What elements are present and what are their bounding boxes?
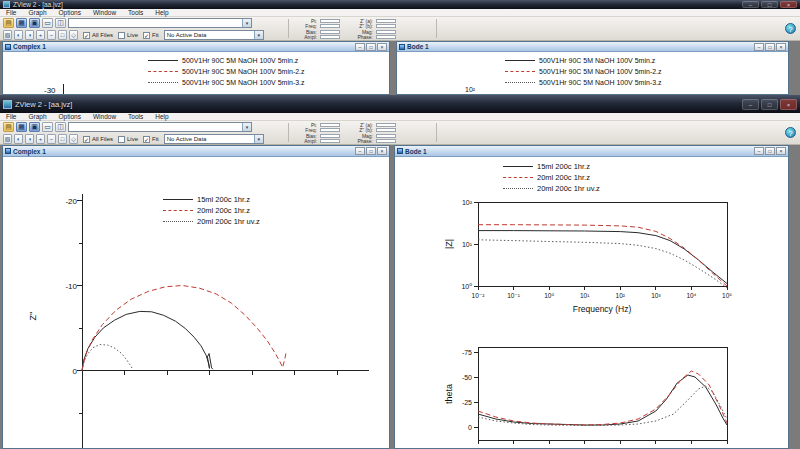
- theta-axis-label: theta: [444, 384, 454, 404]
- file-combo[interactable]: ▾: [68, 122, 252, 132]
- all-files-checkbox[interactable]: ✓: [83, 136, 90, 143]
- child-maximize-button[interactable]: □: [366, 147, 376, 155]
- menu-options[interactable]: Options: [53, 113, 87, 120]
- screen: ZView 2 - [aa.jvz] – □ × File Graph Opti…: [0, 0, 800, 449]
- help-icon[interactable]: ?: [785, 23, 796, 34]
- child-title-bar[interactable]: Complex 1 – □ ×: [3, 146, 389, 157]
- autoscale-icon[interactable]: □: [58, 134, 67, 144]
- bode-plot-area[interactable]: 10² 10¹ 10⁰ 10⁻² 10⁻¹ 10⁰ 10¹ 10² 10³ 10…: [395, 158, 788, 448]
- print-icon[interactable]: ▭: [42, 18, 53, 28]
- active-data-select[interactable]: No Active Data ▾: [164, 30, 264, 40]
- open-file-icon[interactable]: ▤: [3, 122, 14, 132]
- menu-graph[interactable]: Graph: [22, 9, 52, 16]
- minimize-button[interactable]: –: [742, 99, 759, 110]
- bode-plot-area[interactable]: 500V1Hr 90C 5M NaOH 100V 5min.z 500V1Hr …: [397, 53, 788, 94]
- save-all-icon[interactable]: ▣: [29, 18, 40, 28]
- child-maximize-button[interactable]: □: [765, 147, 775, 155]
- data-table-icon[interactable]: ▧: [3, 134, 12, 144]
- print-icon[interactable]: ▭: [42, 122, 53, 132]
- child-title-bar[interactable]: Bode 1 – □ ×: [397, 42, 788, 52]
- child-close-button[interactable]: ×: [377, 43, 387, 51]
- all-files-label: All Files: [92, 32, 113, 38]
- fit-checkbox[interactable]: ✓: [143, 136, 150, 143]
- title-bar[interactable]: ZView 2 - [aa.jvz] – □ ×: [0, 95, 800, 113]
- theta-tick-label: 0: [468, 424, 472, 431]
- nyquist-plot-area[interactable]: 500V1Hr 90C 5M NaOH 100V 5min.z 500V1Hr …: [3, 53, 389, 94]
- phase-label: Phase:: [343, 34, 373, 40]
- child-maximize-button[interactable]: □: [765, 43, 775, 51]
- complex-graph-icon[interactable]: ◐: [14, 134, 23, 144]
- save-all-icon[interactable]: ▣: [29, 122, 40, 132]
- legend-line-dotted: [503, 188, 533, 189]
- copy-icon[interactable]: ◫: [55, 122, 66, 132]
- window-title: ZView 2 - [aa.jvz]: [15, 100, 72, 109]
- close-button[interactable]: ×: [780, 99, 797, 110]
- menu-window[interactable]: Window: [87, 9, 122, 16]
- menu-tools[interactable]: Tools: [122, 113, 149, 120]
- ampl-value: [320, 35, 340, 39]
- bode-graph-icon[interactable]: ◑: [25, 134, 34, 144]
- child-title: Complex 1: [13, 148, 46, 155]
- menu-tools[interactable]: Tools: [122, 9, 149, 16]
- bode-plot[interactable]: 10² 10¹ 10⁰ 10⁻² 10⁻¹ 10⁰ 10¹ 10² 10³ 10…: [395, 158, 788, 448]
- bode-window[interactable]: Bode 1 – □ ×: [394, 145, 789, 449]
- title-bar[interactable]: ZView 2 - [aa.jvz] – □ ×: [0, 0, 800, 9]
- chevron-down-icon[interactable]: ▾: [254, 135, 263, 143]
- child-title: Bode 1: [405, 148, 427, 155]
- menu-window[interactable]: Window: [87, 113, 122, 120]
- minimize-button[interactable]: –: [742, 1, 759, 8]
- menu-bar: File Graph Options Window Tools Help: [0, 9, 800, 17]
- fit-checkbox[interactable]: ✓: [143, 32, 150, 39]
- active-data-select[interactable]: No Active Data ▾: [164, 134, 264, 144]
- child-minimize-button[interactable]: –: [355, 43, 365, 51]
- bode-graph-icon[interactable]: ◑: [25, 30, 34, 40]
- menu-graph[interactable]: Graph: [22, 113, 52, 120]
- copy-icon[interactable]: ◫: [55, 18, 66, 28]
- complex-graph-icon[interactable]: ◐: [14, 30, 23, 40]
- complex-window[interactable]: Complex 1 – □ × 500V1Hr 90C 5M NaOH 100V…: [2, 41, 390, 95]
- help-icon[interactable]: ?: [785, 127, 796, 138]
- child-close-button[interactable]: ×: [776, 43, 786, 51]
- menu-file[interactable]: File: [0, 113, 22, 120]
- file-combo[interactable]: ▾: [68, 18, 252, 28]
- maximize-button[interactable]: □: [761, 1, 778, 8]
- live-checkbox[interactable]: [118, 136, 125, 143]
- toolbar: ▤ ▦ ▣ ▭ ◫ ▾ ▧ ◐ ◑ + − □ ◇ ✓ All Files Li…: [0, 17, 800, 41]
- close-button[interactable]: ×: [780, 1, 797, 8]
- chevron-down-icon[interactable]: ▾: [242, 19, 251, 27]
- child-title-bar[interactable]: Complex 1 – □ ×: [3, 42, 389, 52]
- z-axis-label: |Z|: [444, 239, 454, 249]
- crosshair-icon[interactable]: ◇: [69, 30, 78, 40]
- save-icon[interactable]: ▦: [16, 18, 27, 28]
- zoom-out-icon[interactable]: −: [47, 134, 56, 144]
- legend-label: 500V1Hr 90C 5M NaOH 100V 5min.z: [539, 57, 655, 64]
- live-checkbox[interactable]: [118, 32, 125, 39]
- save-icon[interactable]: ▦: [16, 122, 27, 132]
- graph-icon: [5, 44, 11, 50]
- child-close-button[interactable]: ×: [377, 147, 387, 155]
- bode-window[interactable]: Bode 1 – □ × 500V1Hr 90C 5M NaOH 100V 5m…: [396, 41, 789, 95]
- menu-options[interactable]: Options: [53, 9, 87, 16]
- autoscale-icon[interactable]: □: [58, 30, 67, 40]
- open-file-icon[interactable]: ▤: [3, 18, 14, 28]
- menu-file[interactable]: File: [0, 9, 22, 16]
- child-title-bar[interactable]: Bode 1 – □ ×: [395, 146, 788, 157]
- menu-help[interactable]: Help: [149, 113, 174, 120]
- chevron-down-icon[interactable]: ▾: [254, 31, 263, 39]
- data-table-icon[interactable]: ▧: [3, 30, 12, 40]
- child-minimize-button[interactable]: –: [754, 43, 764, 51]
- child-minimize-button[interactable]: –: [355, 147, 365, 155]
- crosshair-icon[interactable]: ◇: [69, 134, 78, 144]
- maximize-button[interactable]: □: [761, 99, 778, 110]
- child-close-button[interactable]: ×: [776, 147, 786, 155]
- child-minimize-button[interactable]: –: [754, 147, 764, 155]
- menu-help[interactable]: Help: [149, 9, 174, 16]
- child-maximize-button[interactable]: □: [366, 43, 376, 51]
- all-files-checkbox[interactable]: ✓: [83, 32, 90, 39]
- zoom-out-icon[interactable]: −: [47, 30, 56, 40]
- complex-window[interactable]: Complex 1 – □ ×: [2, 145, 390, 449]
- chevron-down-icon[interactable]: ▾: [242, 123, 251, 131]
- nyquist-plot-area[interactable]: -20 -10 0 Z'' 15ml 200c 1hr.z 20ml 200c …: [3, 158, 389, 448]
- zoom-in-icon[interactable]: +: [36, 134, 45, 144]
- zoom-in-icon[interactable]: +: [36, 30, 45, 40]
